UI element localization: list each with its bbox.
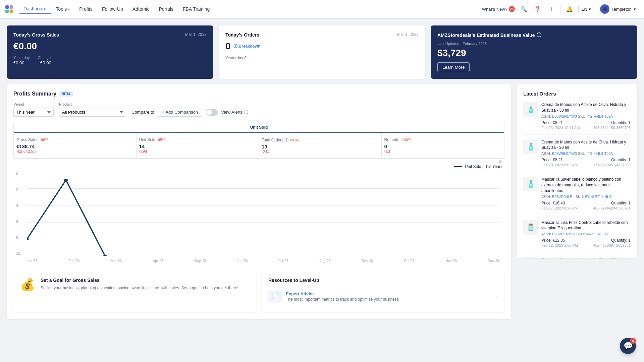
svg-point-6 bbox=[27, 238, 29, 240]
gross-sales-header: Today's Gross Sales Mar 1, 2023 bbox=[13, 32, 207, 38]
bottom-cards: 💰 Set a Goal for Gross Sales Selling you… bbox=[13, 271, 504, 312]
business-value-card: AMZStoredeals's Estimated Business Value… bbox=[431, 25, 637, 79]
latest-orders-title: Latest Orders bbox=[523, 91, 631, 97]
goal-card: 💰 Set a Goal for Gross Sales Selling you… bbox=[13, 271, 256, 312]
order-thumb-3: 🧴 bbox=[523, 177, 538, 191]
search-btn[interactable]: 🔍 bbox=[518, 4, 529, 14]
lang-selector[interactable]: EN ▾ bbox=[578, 5, 594, 13]
order-thumb-2: 🧴 bbox=[523, 139, 538, 154]
ps-title: Profits Summary bbox=[13, 91, 56, 97]
order-price-row-3: Price: €16.43 Quantity: 1 bbox=[541, 201, 631, 205]
orders-count-row: 0 ⓘ Breakdown bbox=[225, 41, 419, 52]
nav-right: What's New? 25 🔍 ❓ f 🔔 EN ▾ ⬛ Templeton … bbox=[482, 3, 639, 15]
nav-item-fba[interactable]: FBA Training bbox=[179, 4, 214, 14]
goal-title: Set a Goal for Gross Sales bbox=[41, 278, 238, 283]
chart-menu-btn[interactable]: ≡ bbox=[499, 159, 502, 165]
order-sku-link-2[interactable]: 4G-HHL4-TJ9A bbox=[588, 152, 613, 156]
stat-total-orders: Total Orders ⓘ -96% 10 -214 bbox=[259, 133, 382, 158]
ps-header: Profits Summary BETA bbox=[13, 91, 504, 97]
beta-badge: BETA bbox=[60, 92, 72, 97]
order-info-4: Mascarilla Liss Frizz Control cabello re… bbox=[541, 220, 631, 248]
ps-filters: Period This Year This Month Last Month P… bbox=[13, 102, 504, 117]
order-asin-1: ASIN: B08W5H1YW3 SKU: 4G-HHL4-TJ9A bbox=[541, 114, 631, 118]
nav-item-dashboard[interactable]: Dashboard bbox=[19, 4, 51, 14]
bv-title: AMZStoredeals's Estimated Business Value… bbox=[437, 32, 541, 38]
stats-row: Gross Sales -96% €138.74 -€3,642.85 Unit… bbox=[14, 133, 504, 159]
learn-more-button[interactable]: Learn More bbox=[437, 62, 470, 72]
product-select[interactable]: All Products bbox=[59, 108, 126, 117]
order-asin-4: ASIN: B08VFCNY13 SKU: 66-XE1I-3IDY bbox=[541, 232, 631, 236]
period-select[interactable]: This Year This Month Last Month bbox=[13, 108, 54, 117]
resource-item-expert[interactable]: 📄 Expert Advice The most important metri… bbox=[268, 287, 498, 306]
chart-svg bbox=[27, 172, 499, 256]
order-price-row-1: Price: €8.21 Quantity: 1 bbox=[541, 120, 631, 125]
stats-container: Unit Sold Gross Sales -96% €138.74 -€3,6… bbox=[13, 122, 504, 159]
order-asin-3: ASIN: B08VFC4LBL SKU: 5Y-NUPF-HNH2 bbox=[541, 195, 631, 199]
whats-new-badge: 25 bbox=[509, 6, 515, 12]
order-asin-link-3[interactable]: B08VFC4LBL bbox=[552, 195, 575, 199]
profits-summary-panel: Profits Summary BETA Period This Year Th… bbox=[7, 84, 511, 319]
user-menu-btn[interactable]: ⬛ Templeton ▾ bbox=[597, 3, 639, 15]
nav-item-portals[interactable]: Portals bbox=[155, 4, 177, 14]
nav-item-profits[interactable]: Profits bbox=[75, 4, 97, 14]
svg-point-7 bbox=[64, 179, 68, 181]
resource-desc: The most important metrics to track and … bbox=[286, 297, 399, 302]
resource-arrow: › bbox=[496, 294, 498, 299]
bv-header: AMZStoredeals's Estimated Business Value… bbox=[437, 32, 631, 38]
gross-sales-change: Change +€0.00 bbox=[38, 56, 51, 65]
add-comparison-button[interactable]: + Add Comparison bbox=[158, 108, 202, 117]
top-cards-row: Today's Gross Sales Mar 1, 2023 €0.00 Ye… bbox=[7, 25, 637, 79]
view-alerts-toggle[interactable] bbox=[206, 109, 218, 116]
chart-legend: Unit Sold (This Year) ≡ bbox=[16, 164, 502, 169]
nav-item-followup[interactable]: Follow-Up bbox=[98, 4, 127, 14]
stat-refunds: Refunds -100% 0 -13 bbox=[382, 133, 504, 158]
nav-item-tools[interactable]: Tools ▾ bbox=[52, 4, 74, 14]
order-asin-link-1[interactable]: B08W5H1YW3 bbox=[552, 114, 577, 118]
divider bbox=[560, 5, 561, 13]
gross-sales-card: Today's Gross Sales Mar 1, 2023 €0.00 Ye… bbox=[7, 25, 213, 79]
legend-line bbox=[454, 166, 462, 167]
order-price-row-2: Price: €8.21 Quantity: 1 bbox=[541, 158, 631, 162]
order-asin-2: ASIN: B08W5H1YW3 SKU: 4G-HHL4-TJ9A bbox=[541, 152, 631, 156]
order-item-4: 🫙 Mascarilla Liss Frizz Control cabello … bbox=[523, 220, 631, 253]
help-btn[interactable]: ❓ bbox=[532, 4, 543, 14]
gross-sales-title: Today's Gross Sales bbox=[13, 32, 59, 38]
facebook-btn[interactable]: f bbox=[546, 4, 557, 14]
order-sku-link-3[interactable]: 5Y-NUPF-HNH2 bbox=[585, 195, 612, 199]
orders-count: 0 bbox=[225, 41, 231, 52]
nav-item-adtomic[interactable]: Adtomic bbox=[128, 4, 154, 14]
order-name-3: Mascarilla Silver cabello blanco y plati… bbox=[541, 177, 631, 193]
order-sku-link-1[interactable]: 4G-HHL4-TJ9A bbox=[588, 114, 613, 118]
order-name-1: Crema de Manos con Aceite de Oliva. Hidr… bbox=[541, 102, 631, 113]
order-info-2: Crema de Manos con Aceite de Oliva. Hidr… bbox=[541, 139, 631, 167]
order-date-row-1: Feb 23, 2023 10:41 AM 408-1541156-885070… bbox=[541, 126, 631, 130]
order-item-5: 🧴 Crema de Manos con Aceite de Oliva. Hi… bbox=[523, 257, 631, 258]
whats-new-btn[interactable]: What's New? 25 bbox=[482, 6, 515, 12]
stat-gross-sales: Gross Sales -96% €138.74 -€3,642.85 bbox=[14, 133, 137, 158]
user-avatar: ⬛ bbox=[600, 4, 609, 14]
notifications-btn[interactable]: 🔔 bbox=[564, 4, 575, 14]
resources-title: Resources to Level-Up bbox=[268, 278, 498, 283]
app-logo[interactable] bbox=[5, 5, 13, 13]
product-label: Product bbox=[59, 102, 126, 106]
stat-unit-sold: Unit Sold -95% 14 -294 bbox=[137, 133, 259, 158]
order-asin-link-2[interactable]: B08W5H1YW3 bbox=[552, 152, 577, 156]
orders-title: Today's Orders bbox=[225, 32, 259, 38]
compare-row: Compare to + Add Comparison View Alerts … bbox=[131, 108, 248, 117]
product-filter: Product All Products bbox=[59, 102, 126, 117]
tab-unit-sold[interactable]: Unit Sold bbox=[14, 122, 504, 133]
bv-amount: $3,729 bbox=[437, 48, 631, 58]
order-item-1: 🧴 Crema de Manos con Aceite de Oliva. Hi… bbox=[523, 102, 631, 135]
order-info-5: Crema de Manos con Aceite de Oliva. Hidr… bbox=[541, 257, 631, 258]
order-asin-link-4[interactable]: B08VFCNY13 bbox=[552, 232, 575, 236]
period-filter: Period This Year This Month Last Month bbox=[13, 102, 54, 117]
breakdown-link[interactable]: ⓘ Breakdown bbox=[233, 44, 261, 49]
gross-sales-date: Mar 1, 2023 bbox=[185, 32, 207, 37]
resource-icon-expert: 📄 bbox=[268, 290, 282, 303]
orders-yesterday-row: Yesterday 0 bbox=[225, 56, 419, 60]
goal-icon: 💰 bbox=[20, 278, 35, 292]
period-label: Period bbox=[13, 102, 54, 106]
orders-header: Today's Orders Mar 1, 2023 bbox=[225, 32, 419, 38]
gross-sales-amount: €0.00 bbox=[13, 41, 207, 52]
order-sku-link-4[interactable]: 66-XE1I-3IDY bbox=[586, 232, 609, 236]
